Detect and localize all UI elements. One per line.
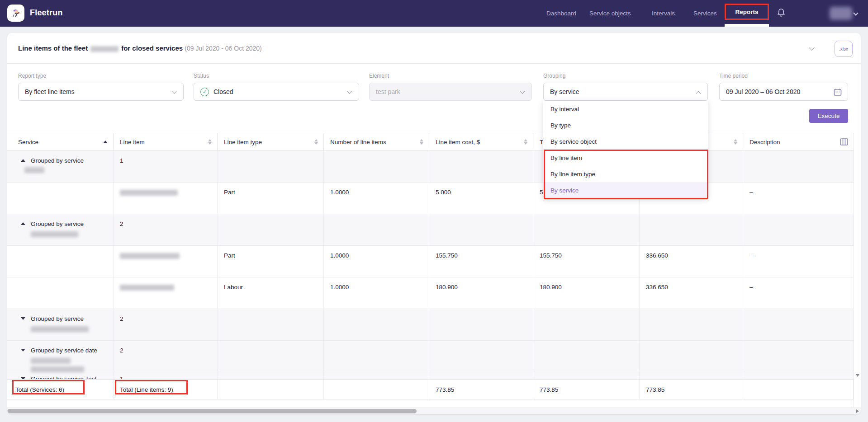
- grouping-dropdown-panel: By interval By type By service object By…: [543, 101, 708, 198]
- title-part1: Line items of the fleet: [18, 44, 88, 52]
- navbar: Fleetrun Dashboard Service objects Inter…: [0, 0, 868, 27]
- total-total-value: 773.85: [533, 380, 640, 399]
- user-avatar[interactable]: [830, 7, 852, 20]
- export-xlsx-label: .xlsx: [839, 47, 848, 52]
- report-title: Line items of the fleetfor closed servic…: [18, 44, 262, 52]
- report-table: Service Line item Line item type Number …: [7, 133, 854, 404]
- table-header-row: Service Line item Line item type Number …: [7, 133, 854, 151]
- filter-element: Element test park: [369, 73, 532, 101]
- grouping-option-by-service-object[interactable]: By service object: [543, 133, 708, 150]
- nav-item-dashboard[interactable]: Dashboard: [546, 10, 576, 17]
- collapse-group-icon[interactable]: [21, 222, 25, 225]
- table-row-group[interactable]: Grouped by service 2: [7, 214, 854, 246]
- grouping-label: Grouping: [543, 73, 708, 79]
- scroll-down-arrow-icon[interactable]: [856, 374, 859, 377]
- column-label: Line item: [120, 139, 145, 145]
- sort-icon[interactable]: [420, 139, 423, 145]
- total-line-items: Total (Line items: 9): [114, 380, 218, 399]
- horizontal-scrollbar-thumb[interactable]: [7, 409, 417, 413]
- nav-item-services[interactable]: Services: [693, 10, 717, 17]
- filter-report-type: Report type By fleet line items: [18, 73, 184, 101]
- quantity-cell: 1.0000: [324, 246, 429, 277]
- group-label: Grouped by service date: [31, 347, 97, 354]
- grouping-select[interactable]: By service: [543, 83, 708, 101]
- redacted-line-item-name: [120, 190, 178, 196]
- sort-icon[interactable]: [208, 139, 212, 145]
- column-header-service[interactable]: Service: [7, 133, 114, 150]
- cost-cell: 180.900: [429, 277, 533, 309]
- filter-status: Status ✓ Closed: [194, 73, 359, 101]
- sort-icon[interactable]: [314, 139, 318, 145]
- report-type-select[interactable]: By fleet line items: [18, 83, 184, 101]
- calendar-icon[interactable]: [833, 88, 842, 98]
- redacted-service-name: [24, 167, 44, 173]
- column-label: Line item cost, $: [436, 139, 480, 145]
- chevron-down-icon: [520, 89, 525, 94]
- line-item-type-cell: Part: [218, 246, 324, 277]
- expand-group-icon[interactable]: [21, 349, 25, 352]
- column-header-number-of-line-items[interactable]: Number of line items: [324, 133, 429, 150]
- collapse-report-chevron-icon[interactable]: [809, 45, 815, 51]
- vertical-scrollbar[interactable]: [854, 133, 861, 408]
- active-tab-underline: [725, 24, 769, 27]
- nav-item-reports-annotation: Reports: [725, 4, 769, 20]
- column-label: Number of line items: [330, 139, 386, 145]
- table-row-item[interactable]: Part 1.0000 155.750 155.750 336.650 –: [7, 246, 854, 277]
- report-card: Line items of the fleetfor closed servic…: [7, 33, 861, 414]
- sort-icon[interactable]: [734, 139, 737, 145]
- title-period: (09 Jul 2020 - 06 Oct 2020): [185, 45, 261, 52]
- export-xlsx-button[interactable]: .xlsx: [835, 41, 853, 57]
- check-circle-icon: ✓: [200, 88, 209, 96]
- column-header-line-item-type[interactable]: Line item type: [218, 133, 324, 150]
- extra-cell: 336.650: [640, 246, 743, 277]
- table-row-group[interactable]: Grouped by service date 2: [7, 341, 854, 372]
- grouping-option-by-interval[interactable]: By interval: [543, 101, 708, 117]
- nav-item-reports[interactable]: Reports: [735, 9, 758, 15]
- expand-group-icon[interactable]: [21, 317, 25, 320]
- table-row-item[interactable]: Part 1.0000 5.000 5. –: [7, 183, 854, 214]
- column-header-description[interactable]: Description: [743, 133, 854, 150]
- bell-icon[interactable]: [776, 7, 786, 21]
- grouping-value: By service: [550, 88, 579, 95]
- nav-item-intervals[interactable]: Intervals: [652, 10, 675, 17]
- table-row-group[interactable]: Grouped by service 1: [7, 151, 854, 183]
- scroll-right-arrow-icon[interactable]: [856, 409, 859, 413]
- line-items-count: 2: [114, 214, 218, 245]
- filter-time-period: Time period 09 Jul 2020 – 06 Oct 2020: [719, 73, 848, 101]
- table-row-group[interactable]: Grouped by service 2: [7, 309, 854, 341]
- grouping-option-by-service[interactable]: By service: [543, 182, 708, 198]
- collapse-group-icon[interactable]: [21, 159, 25, 162]
- sort-asc-icon[interactable]: [103, 141, 108, 143]
- columns-icon[interactable]: [840, 138, 848, 145]
- element-value: test park: [376, 88, 400, 95]
- table-row-item[interactable]: Labour 1.0000 180.900 180.900 336.650 –: [7, 277, 854, 309]
- horizontal-scrollbar[interactable]: [7, 408, 861, 414]
- column-header-line-item[interactable]: Line item: [114, 133, 218, 150]
- chevron-up-icon: [696, 91, 701, 96]
- grouping-option-by-line-item[interactable]: By line item: [543, 150, 708, 166]
- column-label: Line item type: [224, 139, 262, 145]
- fleetrun-logo[interactable]: [7, 5, 24, 22]
- report-type-label: Report type: [18, 73, 184, 79]
- grouping-option-by-type[interactable]: By type: [543, 117, 708, 133]
- element-select: test park: [369, 83, 532, 101]
- description-cell: –: [743, 277, 854, 309]
- user-menu-chevron-icon[interactable]: [853, 10, 858, 15]
- redacted-line-item-name: [120, 253, 180, 259]
- column-header-line-item-cost[interactable]: Line item cost, $: [429, 133, 533, 150]
- quantity-cell: 1.0000: [324, 277, 429, 309]
- time-period-value: 09 Jul 2020 – 06 Oct 2020: [726, 88, 800, 95]
- column-label: Description: [749, 139, 780, 145]
- fleet-name-redacted: [90, 46, 119, 52]
- time-period-input[interactable]: 09 Jul 2020 – 06 Oct 2020: [719, 83, 848, 101]
- logo-mascot-icon: [10, 7, 22, 19]
- status-select[interactable]: ✓ Closed: [194, 83, 359, 101]
- nav-item-service-objects[interactable]: Service objects: [589, 10, 631, 17]
- redacted-line-item-name: [120, 285, 174, 291]
- execute-button[interactable]: Execute: [809, 109, 848, 123]
- line-items-count: 1: [114, 151, 218, 182]
- status-value: Closed: [213, 88, 233, 95]
- grouping-option-by-line-item-type[interactable]: By line item type: [543, 166, 708, 182]
- sort-icon[interactable]: [524, 139, 527, 145]
- screen: Fleetrun Dashboard Service objects Inter…: [0, 0, 868, 422]
